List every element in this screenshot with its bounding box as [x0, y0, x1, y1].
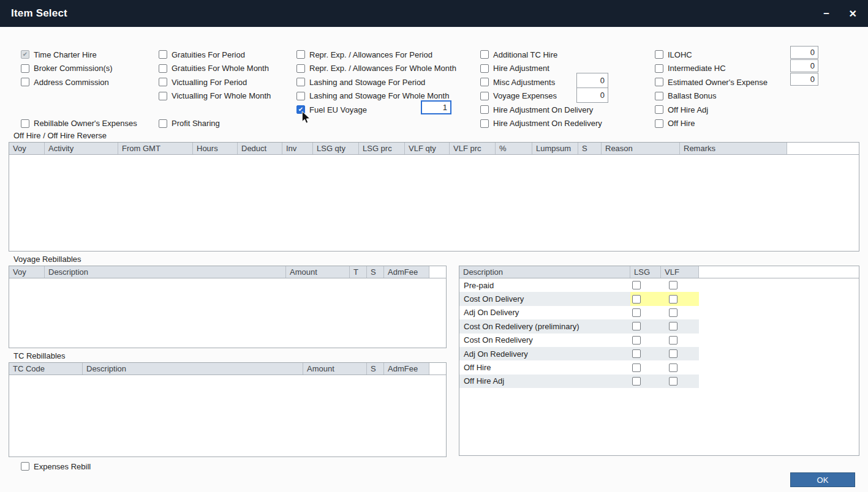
lashing-and-stowage-for-period-checkbox[interactable]	[296, 78, 305, 86]
checkbox-column-2: Gratuities For Period Gratuities For Who…	[159, 48, 271, 130]
column-header: S	[367, 266, 384, 278]
cost-allocation-table: Description LSG VLF Pre-paid Cost On Del…	[459, 266, 859, 456]
address-commission-checkbox[interactable]	[21, 78, 29, 86]
fuel-eu-voyage-input[interactable]	[421, 100, 451, 114]
vlf-cell	[661, 319, 699, 333]
estimated-owners-expense-input[interactable]	[790, 73, 818, 86]
intermediate-hc-checkbox[interactable]	[655, 64, 663, 73]
row-label: Off Hire Adj	[459, 376, 630, 386]
voyage-expenses-checkbox[interactable]	[480, 92, 489, 100]
time-charter-hire-checkbox[interactable]	[21, 50, 29, 59]
gratuities-for-whole-month-checkbox[interactable]	[159, 64, 167, 73]
column-header: LSG	[630, 266, 661, 278]
intermediate-hc-input[interactable]	[790, 59, 818, 72]
lashing-and-stowage-for-whole-month-checkbox[interactable]	[296, 92, 305, 100]
off-hire-checkbox[interactable]	[655, 119, 663, 128]
checkbox-row: Ballast Bonus	[655, 89, 768, 103]
estimated-owners-expense-checkbox[interactable]	[655, 78, 663, 86]
hire-adjustment-on-delivery-checkbox[interactable]	[480, 105, 489, 114]
adj-on-delivery-vlf-checkbox[interactable]	[669, 308, 677, 317]
column-header: Inv	[282, 143, 313, 154]
fuel-eu-voyage-checkbox[interactable]	[296, 105, 305, 114]
repr-exp-allowances-for-period-checkbox[interactable]	[296, 50, 305, 59]
adj-on-delivery-lsg-checkbox[interactable]	[632, 308, 641, 317]
table-row: Cost On Redelivery (preliminary)	[459, 319, 699, 333]
column-header: Remarks	[680, 143, 787, 154]
checkbox-label: Lashing and Stowage For Whole Month	[309, 91, 449, 100]
column-header: VLF	[661, 266, 699, 278]
minimize-icon[interactable]: –	[823, 7, 829, 20]
adj-on-redelivery-lsg-checkbox[interactable]	[632, 349, 641, 358]
cost-on-redelivery-vlf-checkbox[interactable]	[669, 336, 677, 345]
column-header: Amount	[286, 266, 350, 278]
rebillable-owners-expenses-checkbox[interactable]	[21, 119, 29, 128]
misc-adjustments-checkbox[interactable]	[480, 78, 489, 86]
lsg-cell	[630, 319, 661, 333]
off-hire-adj-lsg-checkbox[interactable]	[632, 377, 641, 386]
row-label: Adj On Redelivery	[459, 349, 630, 359]
ilohc-input[interactable]	[790, 46, 818, 59]
tc-rebillables-label: TC Rebillables	[13, 351, 66, 360]
offhire-section-label: Off Hire / Off Hire Reverse	[13, 131, 107, 140]
checkbox-row: Intermediate HC	[655, 62, 768, 76]
column-header: Activity	[45, 143, 118, 154]
checkbox-row: Repr. Exp. / Allowances For Period	[296, 48, 456, 62]
checkbox-label: Address Commission	[34, 78, 109, 87]
lsg-cell	[630, 375, 661, 388]
checkbox-label: Repr. Exp. / Allowances For Whole Month	[309, 64, 456, 73]
cost-on-redelivery-lsg-checkbox[interactable]	[632, 336, 641, 345]
victualling-for-period-checkbox[interactable]	[159, 78, 167, 86]
checkbox-label: Additional TC Hire	[493, 50, 557, 59]
adj-on-redelivery-vlf-checkbox[interactable]	[669, 349, 677, 358]
checkbox-label: Repr. Exp. / Allowances For Period	[309, 50, 432, 59]
off-hire-vlf-checkbox[interactable]	[669, 363, 677, 372]
victualling-for-whole-month-checkbox[interactable]	[159, 92, 167, 100]
checkbox-label: Hire Adjustment On Redelivery	[493, 119, 602, 128]
vlf-cell	[661, 278, 699, 292]
header-filler	[429, 363, 446, 375]
column-header: LSG qty	[313, 143, 359, 154]
vlf-cell	[661, 306, 699, 319]
checkbox-row: Address Commission	[21, 75, 137, 89]
column-header: Description	[459, 266, 630, 278]
item-select-dialog: Item Select – ✕ Time Charter Hire Broker…	[0, 0, 868, 492]
hire-adjustment-on-redelivery-checkbox[interactable]	[480, 119, 489, 128]
cost-on-redelivery-preliminary-lsg-checkbox[interactable]	[632, 322, 641, 330]
misc-adjustments-input[interactable]	[576, 73, 608, 88]
cost-on-redelivery-preliminary-vlf-checkbox[interactable]	[669, 322, 677, 330]
checkbox-row: Hire Adjustment On Delivery	[480, 103, 602, 117]
close-icon[interactable]: ✕	[849, 8, 857, 20]
column-header: AdmFee	[384, 266, 429, 278]
row-label: Off Hire	[459, 363, 630, 372]
off-hire-lsg-checkbox[interactable]	[632, 363, 641, 372]
ilohc-checkbox[interactable]	[655, 50, 663, 59]
prepaid-lsg-checkbox[interactable]	[632, 281, 641, 289]
voyage-expenses-input[interactable]	[576, 88, 608, 103]
hire-adjustment-checkbox[interactable]	[480, 64, 489, 73]
expenses-rebill-checkbox[interactable]	[21, 462, 29, 471]
prepaid-vlf-checkbox[interactable]	[669, 281, 677, 289]
gratuities-for-period-checkbox[interactable]	[159, 50, 167, 59]
column-header: VLF qty	[405, 143, 450, 154]
checkbox-row: ILOHC	[655, 48, 768, 62]
checkbox-row: Victualling For Period	[159, 75, 271, 89]
cost-on-delivery-lsg-checkbox[interactable]	[632, 295, 641, 304]
ballast-bonus-checkbox[interactable]	[655, 92, 663, 100]
profit-sharing-checkbox[interactable]	[159, 119, 167, 128]
column-header: T	[350, 266, 367, 278]
checkbox-label: Hire Adjustment	[493, 64, 549, 73]
checkbox-row: Off Hire	[655, 117, 768, 131]
ok-button[interactable]: OK	[790, 472, 855, 487]
checkbox-label: Hire Adjustment On Delivery	[493, 105, 593, 114]
vlf-cell	[661, 334, 699, 347]
broker-commissions-checkbox[interactable]	[21, 64, 29, 73]
off-hire-adj-checkbox[interactable]	[655, 105, 663, 114]
additional-tc-hire-checkbox[interactable]	[480, 50, 489, 59]
checkbox-label: Fuel EU Voyage	[309, 105, 367, 114]
cost-on-delivery-vlf-checkbox[interactable]	[669, 295, 677, 304]
repr-exp-allowances-for-whole-month-checkbox[interactable]	[296, 64, 305, 73]
checkbox-row: Rebillable Owner's Expenses	[21, 117, 137, 131]
off-hire-adj-vlf-checkbox[interactable]	[669, 377, 677, 386]
column-header: Description	[45, 266, 286, 278]
lsg-cell	[630, 306, 661, 319]
